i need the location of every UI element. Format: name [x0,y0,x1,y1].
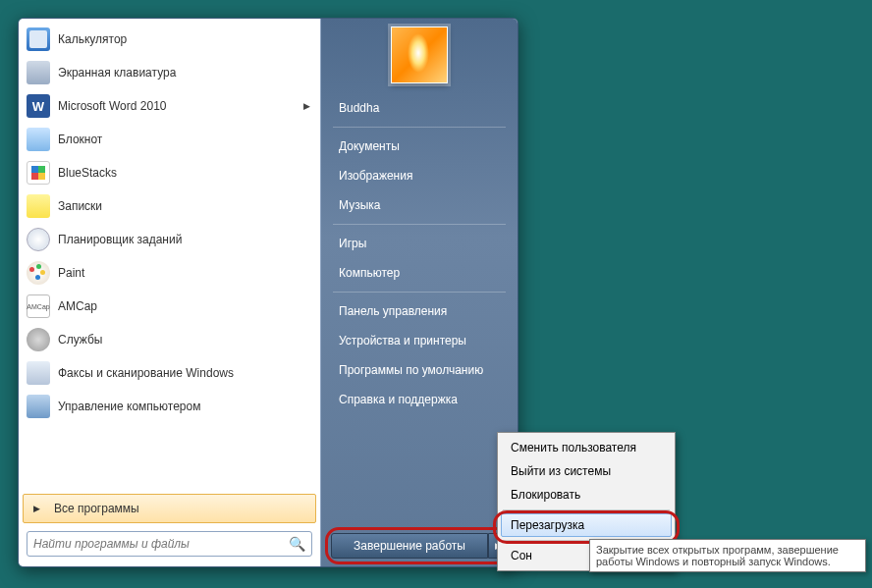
start-menu-right-panel: BuddhaДокументыИзображенияМузыкаИгрыКомп… [321,19,518,566]
program-item-word[interactable]: WMicrosoft Word 2010▶ [21,89,318,123]
program-item-bluestacks[interactable]: BlueStacks [21,156,318,189]
notepad-icon [27,128,50,151]
program-item-calculator[interactable]: Калькулятор [21,23,318,56]
computer-management-icon [27,395,50,418]
search-input[interactable] [33,537,289,551]
user-picture[interactable] [391,27,448,83]
program-item-fax-scan[interactable]: Факсы и сканирование Windows [21,356,318,390]
program-label: Записки [58,199,102,213]
program-label: Paint [58,266,84,280]
program-item-computer-management[interactable]: Управление компьютером [21,390,318,423]
right-panel-item[interactable]: Buddha [321,93,518,123]
sticky-notes-icon [27,194,50,218]
all-programs-button[interactable]: ▶ Все программы [23,494,316,523]
right-panel-item[interactable]: Панель управления [321,296,518,326]
separator [333,127,506,128]
fax-scan-icon [27,361,50,385]
triangle-icon: ▶ [33,504,40,513]
on-screen-keyboard-icon [27,61,50,84]
program-label: AMCap [58,299,97,313]
separator [503,509,670,510]
flyout-item[interactable]: Блокировать [501,483,672,507]
right-panel-list: BuddhaДокументыИзображенияМузыкаИгрыКомп… [321,93,518,414]
program-label: Факсы и сканирование Windows [58,366,234,380]
program-label: BlueStacks [58,166,117,180]
right-panel-item[interactable]: Игры [321,229,518,258]
right-panel-item[interactable]: Справка и поддержка [321,385,518,414]
tooltip: Закрытие всех открытых программ, заверше… [589,539,866,572]
separator [333,224,506,225]
flyout-item[interactable]: Перезагрузка [501,513,672,537]
shutdown-label: Завершение работы [354,539,465,553]
search-icon[interactable]: 🔍 [289,536,305,552]
task-scheduler-icon [27,228,50,251]
calculator-icon [27,27,50,51]
services-icon [27,328,50,351]
right-panel-item[interactable]: Устройства и принтеры [321,326,518,355]
submenu-arrow-icon: ▶ [303,101,310,111]
separator [333,292,506,293]
program-label: Microsoft Word 2010 [58,99,167,113]
right-panel-item[interactable]: Документы [321,132,518,161]
flyout-item[interactable]: Выйти из системы [501,459,672,483]
program-label: Управление компьютером [58,400,200,413]
all-programs-label: Все программы [54,502,139,515]
paint-icon [27,261,50,285]
right-panel-item[interactable]: Программы по умолчанию [321,355,518,385]
program-label: Калькулятор [58,32,127,46]
program-item-notepad[interactable]: Блокнот [21,123,318,156]
tooltip-text: Закрытие всех открытых программ, заверше… [596,544,839,567]
amcap-icon: AMCap [27,294,50,318]
right-panel-item[interactable]: Компьютер [321,258,518,288]
program-item-services[interactable]: Службы [21,323,318,356]
program-label: Блокнот [58,133,102,146]
word-icon: W [27,94,50,118]
search-box[interactable]: 🔍 [27,531,312,557]
program-label: Планировщик заданий [58,233,182,246]
shutdown-area: Завершение работы ▶ [331,533,508,559]
program-list: КалькуляторЭкранная клавиатураWMicrosoft… [19,19,320,490]
program-item-task-scheduler[interactable]: Планировщик заданий [21,223,318,256]
program-item-amcap[interactable]: AMCapAMCap [21,290,318,323]
program-item-on-screen-keyboard[interactable]: Экранная клавиатура [21,56,318,89]
program-item-sticky-notes[interactable]: Записки [21,189,318,223]
program-item-paint[interactable]: Paint [21,256,318,290]
program-label: Экранная клавиатура [58,66,176,80]
right-panel-item[interactable]: Изображения [321,161,518,190]
bluestacks-icon [27,161,50,185]
right-panel-item[interactable]: Музыка [321,190,518,220]
start-menu: КалькуляторЭкранная клавиатураWMicrosoft… [18,18,518,567]
program-label: Службы [58,333,102,347]
flyout-item[interactable]: Сменить пользователя [501,436,672,459]
shutdown-button[interactable]: Завершение работы [331,533,488,559]
start-menu-left-panel: КалькуляторЭкранная клавиатураWMicrosoft… [19,19,321,566]
